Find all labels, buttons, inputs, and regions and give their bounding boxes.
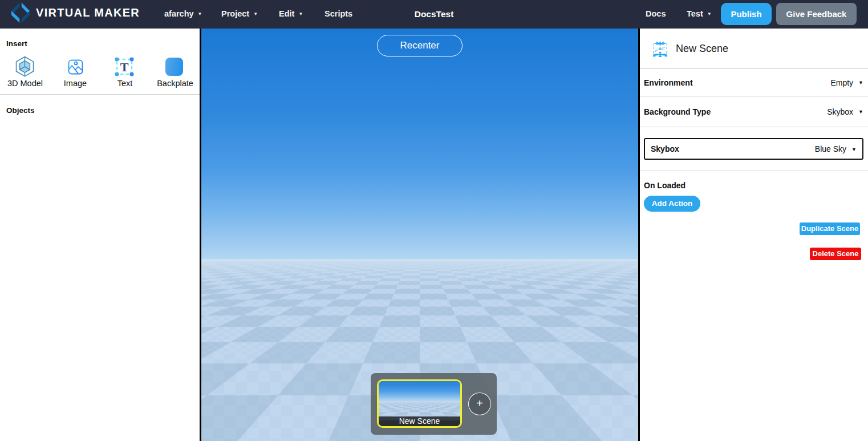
svg-text:T: T xyxy=(120,60,129,74)
